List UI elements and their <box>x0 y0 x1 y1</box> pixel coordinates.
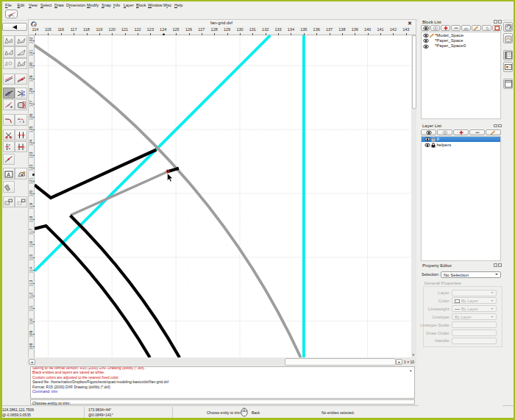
svg-text:A: A <box>7 171 10 177</box>
svg-text:⇅: ⇅ <box>486 26 489 30</box>
svg-text:ab: ab <box>464 26 469 30</box>
